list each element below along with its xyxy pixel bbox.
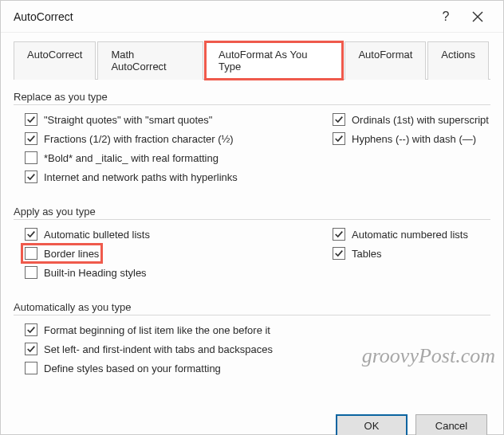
checkbox-label: Format beginning of list item like the o… [44,324,270,336]
checkbox-option[interactable]: Ordinals (1st) with superscript [333,113,489,126]
checkbox-label: "Straight quotes" with "smart quotes" [44,114,212,126]
checkbox-box [25,323,37,336]
checkbox-box [25,266,37,279]
tab-actions[interactable]: Actions [427,41,489,80]
cancel-button[interactable]: Cancel [415,414,487,435]
checkbox-box [25,247,37,260]
checkbox-label: Border lines [44,248,99,260]
checkbox-box [333,247,345,260]
tab-label: AutoFormat [358,49,412,61]
section-apply: Apply as you typeAutomatic bulleted list… [14,206,490,285]
section-header: Apply as you type [14,206,490,220]
tab-label: AutoCorrect [27,49,82,61]
checkbox-box [25,228,37,241]
help-button[interactable]: ? [430,1,462,33]
checkbox-option[interactable]: Define styles based on your formatting [25,362,221,374]
checkbox-option[interactable]: Tables [333,247,382,260]
tab-label: Math AutoCorrect [111,49,166,72]
checkbox-box [25,343,37,355]
titlebar: AutoCorrect ? [1,1,503,33]
check-icon [26,172,36,182]
checkbox-option[interactable]: Built-in Heading styles [25,266,147,279]
section-auto: Automatically as you typeFormat beginnin… [14,301,490,381]
checkbox-box [25,151,37,164]
checkbox-option[interactable]: Border lines [25,247,99,260]
tab-math-autocorrect[interactable]: Math AutoCorrect [97,41,203,80]
check-icon [26,344,36,354]
dialog-title: AutoCorrect [14,10,430,23]
checkbox-option[interactable]: Set left- and first-indent with tabs and… [25,343,273,355]
dialog-buttons: OK Cancel [1,405,503,435]
checkbox-label: Automatic numbered lists [352,229,468,241]
check-icon [334,115,344,124]
check-icon [334,134,344,143]
checkbox-option[interactable]: Format beginning of list item like the o… [25,323,270,336]
tab-autocorrect[interactable]: AutoCorrect [14,41,96,80]
checkbox-option[interactable]: Fractions (1/2) with fraction character … [25,132,234,145]
checkbox-label: Internet and network paths with hyperlin… [44,171,238,183]
checkbox-label: Set left- and first-indent with tabs and… [44,343,273,355]
checkbox-box [333,228,345,241]
section-header: Automatically as you type [14,301,490,315]
checkbox-label: Automatic bulleted lists [44,229,150,241]
section-header: Replace as you type [14,91,490,105]
checkbox-box [25,170,37,183]
checkbox-label: Ordinals (1st) with superscript [352,114,489,126]
close-icon [472,11,483,22]
checkbox-option[interactable]: Automatic bulleted lists [25,228,150,241]
tab-strip: AutoCorrectMath AutoCorrectAutoFormat As… [14,41,490,80]
check-icon [26,325,36,335]
close-button[interactable] [462,1,494,33]
checkbox-box [333,113,345,126]
checkbox-option[interactable]: Hyphens (--) with dash (—) [333,132,476,145]
checkbox-label: Hyphens (--) with dash (—) [352,133,476,145]
checkbox-box [25,132,37,145]
checkbox-option[interactable]: *Bold* and _italic_ with real formatting [25,151,219,164]
autocorrect-dialog: AutoCorrect ? AutoCorrectMath AutoCorrec… [0,0,504,435]
check-icon [26,229,36,239]
checkbox-box [333,132,345,145]
check-icon [334,229,344,239]
checkbox-label: Fractions (1/2) with fraction character … [44,133,234,145]
checkbox-label: Define styles based on your formatting [44,362,221,374]
tab-autoformat-as-you-type[interactable]: AutoFormat As You Type [205,41,343,80]
checkbox-label: Tables [352,248,382,260]
checkbox-option[interactable]: "Straight quotes" with "smart quotes" [25,113,212,126]
dialog-content: AutoCorrectMath AutoCorrectAutoFormat As… [1,33,503,405]
checkbox-option[interactable]: Internet and network paths with hyperlin… [25,170,238,183]
checkbox-label: Built-in Heading styles [44,267,147,279]
section-replace: Replace as you type"Straight quotes" wit… [14,91,490,190]
tab-autoformat[interactable]: AutoFormat [345,41,426,80]
checkbox-option[interactable]: Automatic numbered lists [333,228,468,241]
check-icon [26,115,36,124]
check-icon [26,134,36,143]
tab-label: AutoFormat As You Type [219,49,307,72]
checkbox-box [25,113,37,126]
check-icon [334,249,344,258]
ok-button[interactable]: OK [336,414,408,435]
checkbox-box [25,362,37,374]
tab-label: Actions [441,49,475,61]
options-sections: Replace as you type"Straight quotes" wit… [14,91,490,381]
checkbox-label: *Bold* and _italic_ with real formatting [44,152,219,164]
